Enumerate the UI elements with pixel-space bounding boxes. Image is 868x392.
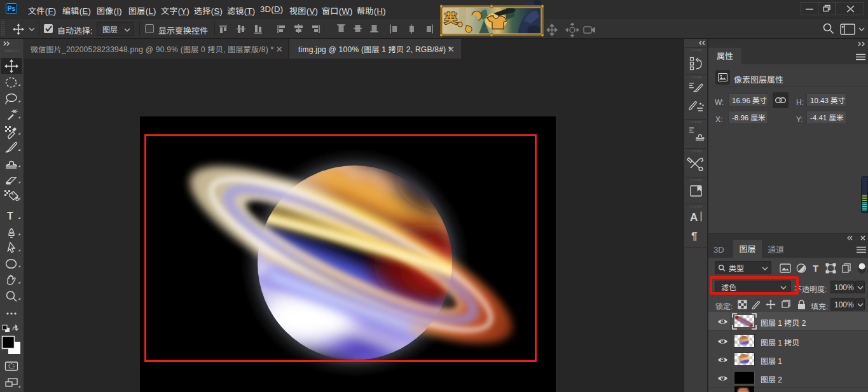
svg-text:¶: ¶ xyxy=(691,230,697,242)
svg-text:英: 英 xyxy=(444,8,458,27)
svg-text:A: A xyxy=(690,211,698,223)
svg-text:T: T xyxy=(7,211,13,221)
svg-text:T: T xyxy=(813,263,818,274)
